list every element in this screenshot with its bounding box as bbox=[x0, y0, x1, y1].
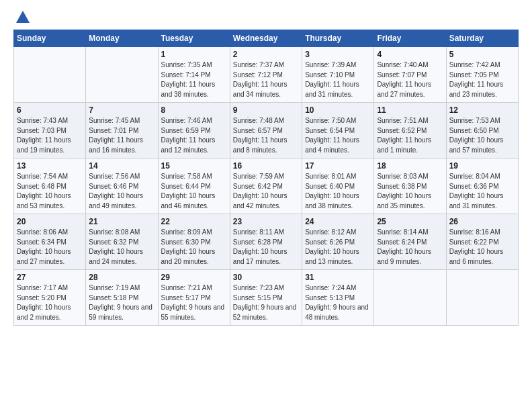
day-number: 10 bbox=[305, 105, 371, 115]
weekday-header: Friday bbox=[374, 30, 446, 47]
logo bbox=[13, 11, 30, 23]
day-number: 5 bbox=[449, 50, 515, 59]
calendar-day-cell: 23Sunrise: 8:11 AMSunset: 6:28 PMDayligh… bbox=[230, 214, 302, 270]
weekday-header: Tuesday bbox=[158, 30, 230, 47]
day-info: Sunrise: 8:03 AMSunset: 6:38 PMDaylight:… bbox=[377, 172, 443, 211]
day-info: Sunrise: 7:21 AMSunset: 5:17 PMDaylight:… bbox=[161, 283, 227, 322]
day-info: Sunrise: 7:35 AMSunset: 7:14 PMDaylight:… bbox=[161, 60, 227, 99]
calendar-day-cell: 16Sunrise: 7:59 AMSunset: 6:42 PMDayligh… bbox=[230, 158, 302, 214]
calendar-table: SundayMondayTuesdayWednesdayThursdayFrid… bbox=[13, 30, 519, 326]
day-number: 3 bbox=[305, 50, 371, 59]
calendar-day-cell: 12Sunrise: 7:53 AMSunset: 6:50 PMDayligh… bbox=[446, 103, 518, 158]
day-number: 18 bbox=[377, 161, 443, 171]
day-info: Sunrise: 8:16 AMSunset: 6:22 PMDaylight:… bbox=[449, 228, 515, 267]
day-number: 26 bbox=[449, 217, 515, 226]
day-number: 8 bbox=[161, 105, 227, 115]
calendar-day-cell: 27Sunrise: 7:17 AMSunset: 5:20 PMDayligh… bbox=[14, 270, 86, 326]
day-info: Sunrise: 7:51 AMSunset: 6:52 PMDaylight:… bbox=[377, 116, 443, 155]
day-number: 31 bbox=[305, 273, 371, 282]
day-info: Sunrise: 7:24 AMSunset: 5:13 PMDaylight:… bbox=[305, 283, 371, 322]
day-info: Sunrise: 8:06 AMSunset: 6:34 PMDaylight:… bbox=[17, 228, 83, 267]
day-info: Sunrise: 8:14 AMSunset: 6:24 PMDaylight:… bbox=[377, 228, 443, 267]
day-info: Sunrise: 8:01 AMSunset: 6:40 PMDaylight:… bbox=[305, 172, 371, 211]
day-info: Sunrise: 7:50 AMSunset: 6:54 PMDaylight:… bbox=[305, 116, 371, 155]
day-info: Sunrise: 7:17 AMSunset: 5:20 PMDaylight:… bbox=[17, 283, 83, 322]
day-info: Sunrise: 7:48 AMSunset: 6:57 PMDaylight:… bbox=[233, 116, 299, 155]
calendar-day-cell: 29Sunrise: 7:21 AMSunset: 5:17 PMDayligh… bbox=[158, 270, 230, 326]
calendar-week-row: 20Sunrise: 8:06 AMSunset: 6:34 PMDayligh… bbox=[14, 214, 519, 270]
day-info: Sunrise: 7:43 AMSunset: 7:03 PMDaylight:… bbox=[17, 116, 83, 155]
weekday-header: Thursday bbox=[302, 30, 374, 47]
calendar-week-row: 1Sunrise: 7:35 AMSunset: 7:14 PMDaylight… bbox=[14, 47, 519, 103]
calendar-day-cell: 20Sunrise: 8:06 AMSunset: 6:34 PMDayligh… bbox=[14, 214, 86, 270]
day-number: 1 bbox=[161, 50, 227, 59]
calendar-day-cell bbox=[374, 270, 446, 326]
day-number: 27 bbox=[17, 273, 83, 282]
calendar-day-cell: 17Sunrise: 8:01 AMSunset: 6:40 PMDayligh… bbox=[302, 158, 374, 214]
day-info: Sunrise: 8:08 AMSunset: 6:32 PMDaylight:… bbox=[89, 228, 154, 267]
calendar-day-cell: 18Sunrise: 8:03 AMSunset: 6:38 PMDayligh… bbox=[374, 158, 446, 214]
calendar-day-cell: 14Sunrise: 7:56 AMSunset: 6:46 PMDayligh… bbox=[86, 158, 158, 214]
weekday-header: Monday bbox=[86, 30, 158, 47]
day-number: 16 bbox=[233, 161, 299, 171]
day-number: 12 bbox=[449, 105, 515, 115]
day-number: 23 bbox=[233, 217, 299, 226]
day-info: Sunrise: 7:54 AMSunset: 6:48 PMDaylight:… bbox=[17, 172, 83, 211]
calendar-day-cell: 7Sunrise: 7:45 AMSunset: 7:01 PMDaylight… bbox=[86, 103, 158, 158]
weekday-header: Saturday bbox=[446, 30, 518, 47]
calendar-day-cell: 31Sunrise: 7:24 AMSunset: 5:13 PMDayligh… bbox=[302, 270, 374, 326]
calendar-day-cell: 5Sunrise: 7:42 AMSunset: 7:05 PMDaylight… bbox=[446, 47, 518, 103]
day-info: Sunrise: 7:46 AMSunset: 6:59 PMDaylight:… bbox=[161, 116, 227, 155]
day-number: 14 bbox=[89, 161, 154, 171]
calendar-day-cell: 25Sunrise: 8:14 AMSunset: 6:24 PMDayligh… bbox=[374, 214, 446, 270]
calendar-week-row: 27Sunrise: 7:17 AMSunset: 5:20 PMDayligh… bbox=[14, 270, 519, 326]
day-info: Sunrise: 7:23 AMSunset: 5:15 PMDaylight:… bbox=[233, 283, 299, 322]
day-number: 11 bbox=[377, 105, 443, 115]
day-info: Sunrise: 7:58 AMSunset: 6:44 PMDaylight:… bbox=[161, 172, 227, 211]
logo-triangle-icon bbox=[16, 11, 30, 23]
day-info: Sunrise: 7:45 AMSunset: 7:01 PMDaylight:… bbox=[89, 116, 154, 155]
calendar-day-cell: 15Sunrise: 7:58 AMSunset: 6:44 PMDayligh… bbox=[158, 158, 230, 214]
calendar-day-cell: 8Sunrise: 7:46 AMSunset: 6:59 PMDaylight… bbox=[158, 103, 230, 158]
calendar-week-row: 13Sunrise: 7:54 AMSunset: 6:48 PMDayligh… bbox=[14, 158, 519, 214]
day-info: Sunrise: 8:04 AMSunset: 6:36 PMDaylight:… bbox=[449, 172, 515, 211]
day-number: 6 bbox=[17, 105, 83, 115]
day-number: 28 bbox=[89, 273, 154, 282]
day-info: Sunrise: 8:11 AMSunset: 6:28 PMDaylight:… bbox=[233, 228, 299, 267]
day-number: 22 bbox=[161, 217, 227, 226]
day-number: 21 bbox=[89, 217, 154, 226]
calendar-day-cell bbox=[14, 47, 86, 103]
calendar-day-cell: 6Sunrise: 7:43 AMSunset: 7:03 PMDaylight… bbox=[14, 103, 86, 158]
weekday-header: Sunday bbox=[14, 30, 86, 47]
calendar-day-cell: 21Sunrise: 8:08 AMSunset: 6:32 PMDayligh… bbox=[86, 214, 158, 270]
day-number: 29 bbox=[161, 273, 227, 282]
calendar-day-cell: 9Sunrise: 7:48 AMSunset: 6:57 PMDaylight… bbox=[230, 103, 302, 158]
day-info: Sunrise: 7:56 AMSunset: 6:46 PMDaylight:… bbox=[89, 172, 154, 211]
day-info: Sunrise: 7:37 AMSunset: 7:12 PMDaylight:… bbox=[233, 60, 299, 99]
day-info: Sunrise: 7:59 AMSunset: 6:42 PMDaylight:… bbox=[233, 172, 299, 211]
calendar-day-cell: 26Sunrise: 8:16 AMSunset: 6:22 PMDayligh… bbox=[446, 214, 518, 270]
day-number: 2 bbox=[233, 50, 299, 59]
calendar-day-cell: 30Sunrise: 7:23 AMSunset: 5:15 PMDayligh… bbox=[230, 270, 302, 326]
calendar-day-cell: 1Sunrise: 7:35 AMSunset: 7:14 PMDaylight… bbox=[158, 47, 230, 103]
calendar-day-cell: 11Sunrise: 7:51 AMSunset: 6:52 PMDayligh… bbox=[374, 103, 446, 158]
day-info: Sunrise: 7:53 AMSunset: 6:50 PMDaylight:… bbox=[449, 116, 515, 155]
calendar-day-cell: 4Sunrise: 7:40 AMSunset: 7:07 PMDaylight… bbox=[374, 47, 446, 103]
day-info: Sunrise: 7:42 AMSunset: 7:05 PMDaylight:… bbox=[449, 60, 515, 99]
calendar-day-cell: 10Sunrise: 7:50 AMSunset: 6:54 PMDayligh… bbox=[302, 103, 374, 158]
day-number: 15 bbox=[161, 161, 227, 171]
calendar-day-cell: 3Sunrise: 7:39 AMSunset: 7:10 PMDaylight… bbox=[302, 47, 374, 103]
day-number: 4 bbox=[377, 50, 443, 59]
day-number: 7 bbox=[89, 105, 154, 115]
day-info: Sunrise: 7:39 AMSunset: 7:10 PMDaylight:… bbox=[305, 60, 371, 99]
weekday-header-row: SundayMondayTuesdayWednesdayThursdayFrid… bbox=[14, 30, 519, 47]
calendar-day-cell: 28Sunrise: 7:19 AMSunset: 5:18 PMDayligh… bbox=[86, 270, 158, 326]
calendar-week-row: 6Sunrise: 7:43 AMSunset: 7:03 PMDaylight… bbox=[14, 103, 519, 158]
day-info: Sunrise: 7:19 AMSunset: 5:18 PMDaylight:… bbox=[89, 283, 154, 322]
day-info: Sunrise: 7:40 AMSunset: 7:07 PMDaylight:… bbox=[377, 60, 443, 99]
day-number: 20 bbox=[17, 217, 83, 226]
day-number: 17 bbox=[305, 161, 371, 171]
calendar-day-cell: 13Sunrise: 7:54 AMSunset: 6:48 PMDayligh… bbox=[14, 158, 86, 214]
day-number: 19 bbox=[449, 161, 515, 171]
calendar-day-cell: 24Sunrise: 8:12 AMSunset: 6:26 PMDayligh… bbox=[302, 214, 374, 270]
